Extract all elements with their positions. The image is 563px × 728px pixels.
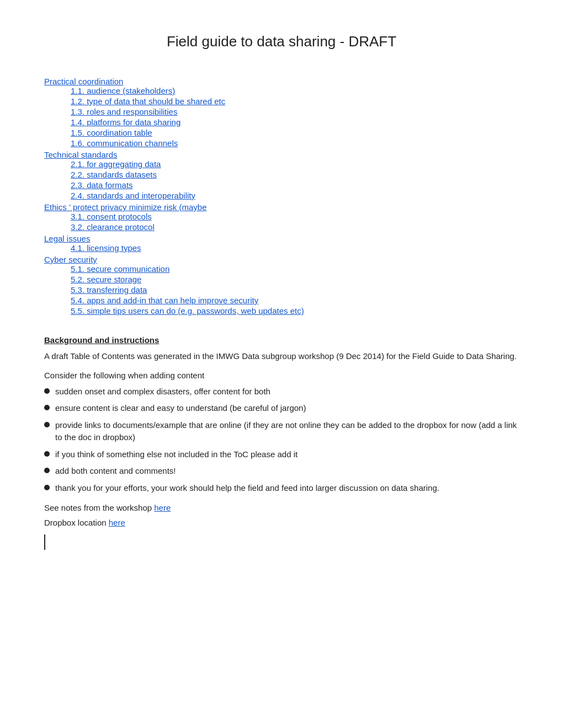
toc-sub-4-1: 5.2. secure storage <box>44 275 519 284</box>
background-section: Background and instructions A draft Tabl… <box>44 335 519 550</box>
table-of-contents: Practical coordination1.1. audience (sta… <box>44 77 519 315</box>
bullet-item-1: ensure content is clear and easy to unde… <box>44 402 519 415</box>
intro-text: A draft Table of Contents was generated … <box>44 350 519 363</box>
toc-sub-link-0-1[interactable]: 1.2. type of data that should be shared … <box>71 97 225 106</box>
bullet-dot-0 <box>44 388 50 394</box>
toc-sub-link-0-5[interactable]: 1.6. communication channels <box>71 138 178 148</box>
toc-section-3: Legal issues4.1. licensing types <box>44 234 519 253</box>
bullet-text-2: provide links to documents/example that … <box>55 419 519 444</box>
note-text-0: See notes from the workshop <box>44 503 154 512</box>
toc-sub-link-3-0[interactable]: 4.1. licensing types <box>71 243 141 253</box>
note-link-1[interactable]: here <box>109 518 125 527</box>
toc-sub-2-0: 3.1. consent protocols <box>44 212 519 221</box>
toc-sub-1-0: 2.1. for aggregating data <box>44 159 519 169</box>
toc-sub-link-1-2[interactable]: 2.3. data formats <box>71 180 133 190</box>
toc-sub-link-1-1[interactable]: 2.2. standards datasets <box>71 170 157 179</box>
toc-sub-4-2: 5.3. transferring data <box>44 285 519 295</box>
bullet-text-3: if you think of something else not inclu… <box>55 448 298 461</box>
bullet-dot-1 <box>44 405 50 410</box>
bullet-item-5: thank you for your efforts, your work sh… <box>44 482 519 495</box>
toc-section-link-1[interactable]: Technical standards <box>44 150 118 159</box>
note-text-1: Dropbox location <box>44 518 109 527</box>
bullet-dot-2 <box>44 422 50 427</box>
toc-section-4: Cyber security5.1. secure communication5… <box>44 255 519 315</box>
bullet-item-4: add both content and comments! <box>44 465 519 478</box>
notes-block: See notes from the workshop hereDropbox … <box>44 502 519 529</box>
page-title: Field guide to data sharing - DRAFT <box>44 33 519 50</box>
toc-section-2: Ethics ’ protect privacy minimize risk (… <box>44 202 519 232</box>
toc-sub-0-2: 1.3. roles and responsibilities <box>44 107 519 116</box>
toc-sub-1-2: 2.3. data formats <box>44 180 519 190</box>
toc-sub-0-3: 1.4. platforms for data sharing <box>44 117 519 127</box>
toc-section-1: Technical standards2.1. for aggregating … <box>44 150 519 200</box>
toc-sub-0-0: 1.1. audience (stakeholders) <box>44 86 519 95</box>
note-link-0[interactable]: here <box>154 503 171 512</box>
note-line-0: See notes from the workshop here <box>44 502 519 515</box>
toc-sub-2-1: 3.2. clearance protocol <box>44 222 519 232</box>
toc-sub-4-3: 5.4. apps and add-in that can help impro… <box>44 296 519 305</box>
background-heading: Background and instructions <box>44 335 519 345</box>
bullet-text-0: sudden onset and complex disasters, offe… <box>55 386 270 398</box>
bullet-dot-3 <box>44 451 50 457</box>
toc-sub-0-1: 1.2. type of data that should be shared … <box>44 97 519 106</box>
toc-sub-link-0-2[interactable]: 1.3. roles and responsibilities <box>71 107 177 116</box>
toc-section-link-4[interactable]: Cyber security <box>44 255 97 264</box>
vertical-bar <box>44 534 519 550</box>
toc-sub-4-4: 5.5. simple tips users can do (e.g. pass… <box>44 306 519 315</box>
toc-section-link-2[interactable]: Ethics ’ protect privacy minimize risk (… <box>44 202 207 212</box>
toc-section-link-3[interactable]: Legal issues <box>44 234 90 243</box>
toc-sub-0-4: 1.5. coordination table <box>44 128 519 137</box>
toc-sub-3-0: 4.1. licensing types <box>44 243 519 253</box>
bullet-text-1: ensure content is clear and easy to unde… <box>55 402 306 415</box>
toc-sub-1-3: 2.4. standards and interoperability <box>44 191 519 200</box>
toc-sub-link-4-4[interactable]: 5.5. simple tips users can do (e.g. pass… <box>71 306 304 315</box>
toc-sub-1-1: 2.2. standards datasets <box>44 170 519 179</box>
note-line-1: Dropbox location here <box>44 517 519 529</box>
toc-sub-4-0: 5.1. secure communication <box>44 264 519 274</box>
toc-sub-link-2-1[interactable]: 3.2. clearance protocol <box>71 222 155 232</box>
bullet-list: sudden onset and complex disasters, offe… <box>44 386 519 495</box>
toc-sub-link-1-3[interactable]: 2.4. standards and interoperability <box>71 191 195 200</box>
toc-sub-link-4-0[interactable]: 5.1. secure communication <box>71 264 169 274</box>
bullet-text-5: thank you for your efforts, your work sh… <box>55 482 439 495</box>
toc-section-0: Practical coordination1.1. audience (sta… <box>44 77 519 148</box>
toc-sub-link-4-1[interactable]: 5.2. secure storage <box>71 275 141 284</box>
toc-sub-link-0-3[interactable]: 1.4. platforms for data sharing <box>71 117 180 127</box>
toc-sub-link-0-4[interactable]: 1.5. coordination table <box>71 128 152 137</box>
toc-sub-link-4-3[interactable]: 5.4. apps and add-in that can help impro… <box>71 296 258 305</box>
toc-sub-link-1-0[interactable]: 2.1. for aggregating data <box>71 159 161 169</box>
bullet-dot-5 <box>44 485 50 490</box>
toc-sub-link-2-0[interactable]: 3.1. consent protocols <box>71 212 152 221</box>
bullet-item-0: sudden onset and complex disasters, offe… <box>44 386 519 398</box>
bullet-dot-4 <box>44 468 50 473</box>
bullet-item-3: if you think of something else not inclu… <box>44 448 519 461</box>
bullet-item-2: provide links to documents/example that … <box>44 419 519 444</box>
toc-sub-link-0-0[interactable]: 1.1. audience (stakeholders) <box>71 86 175 95</box>
consider-text: Consider the following when adding conte… <box>44 371 519 380</box>
toc-sub-link-4-2[interactable]: 5.3. transferring data <box>71 285 147 295</box>
bullet-text-4: add both content and comments! <box>55 465 176 478</box>
toc-sub-0-5: 1.6. communication channels <box>44 138 519 148</box>
toc-section-link-0[interactable]: Practical coordination <box>44 77 123 86</box>
